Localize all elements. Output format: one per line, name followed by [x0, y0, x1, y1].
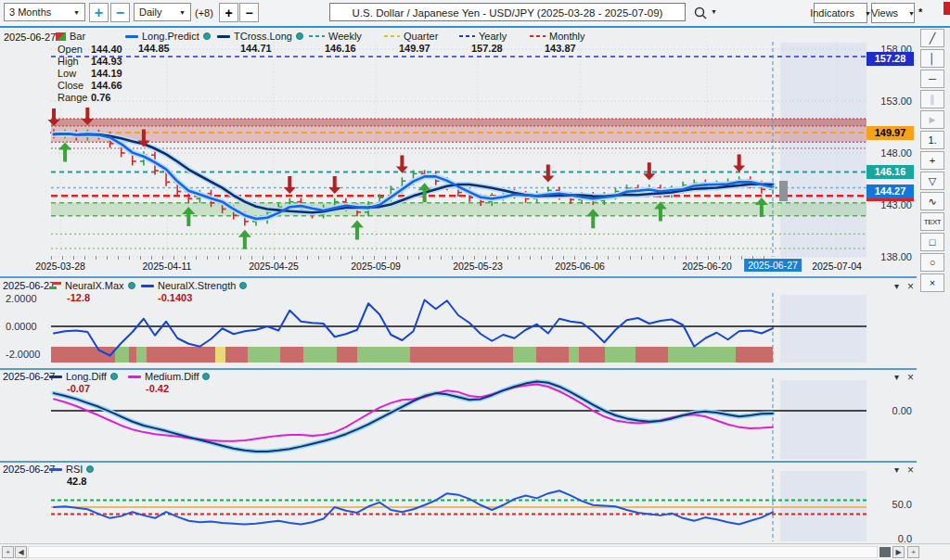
diff-close-button[interactable]: × [907, 371, 914, 384]
y-axis-tick: 153.00 [868, 95, 912, 107]
medium-diff-line-icon [128, 375, 141, 378]
ohlc-readout: Open144.40 High144.93 Low144.19 Close144… [58, 44, 122, 104]
diff-panel-header: 2025-06-27 Long.Diff -0.07 Medium.Diff -… [0, 371, 917, 397]
scroll-add-right-button[interactable]: + [907, 546, 919, 558]
neuralx-strength-line-icon [141, 285, 154, 287]
long-diff-value: -0.07 [67, 383, 90, 394]
text-tool-icon[interactable]: TEXT [920, 212, 944, 231]
search-caret-icon[interactable]: ▼ [711, 8, 717, 15]
diagonal-line-tool-icon[interactable]: ╱ [920, 29, 944, 47]
interval-select[interactable]: Daily ▼ [134, 3, 191, 21]
panel-separator[interactable] [0, 276, 917, 278]
top-toolbar: 3 Months ▼ + − Daily ▼ (+8) + − U.S. Dol… [0, 0, 950, 28]
monthly-dash-icon [530, 35, 546, 37]
series-settings-dot-icon[interactable] [239, 282, 247, 289]
series-settings-dot-icon[interactable] [128, 282, 135, 289]
series-settings-dot-icon[interactable] [203, 32, 211, 40]
callout-tool-icon[interactable]: ▽ [920, 172, 944, 190]
legend-label-long-predict: Long.Predict [142, 31, 199, 42]
scrollbar-track[interactable] [28, 546, 878, 558]
bars-added-label: (+8) [195, 7, 213, 19]
neuralx-max-value: -12.8 [67, 292, 90, 303]
range-value: 0.76 [91, 92, 110, 103]
scrollbar-thumb[interactable] [879, 547, 891, 557]
long-diff-line-icon [49, 375, 62, 378]
crosshair-tool-icon[interactable]: + [920, 151, 944, 170]
neuralx-max-icon [49, 282, 61, 290]
neuralx-collapse-button[interactable]: ▾ [894, 281, 899, 291]
tcross-long-value: 144.71 [240, 43, 272, 54]
current-price-badge: 144.27 [867, 185, 914, 201]
legend-item-rsi[interactable]: RSI [49, 464, 94, 475]
zoom-out-button[interactable]: − [110, 3, 130, 22]
legend-item-tcross-long[interactable]: TCross.Long [217, 31, 303, 42]
rsi-collapse-button[interactable]: ▾ [894, 465, 899, 475]
legend-item-quarter[interactable]: Quarter [384, 31, 438, 42]
add-bar-button[interactable]: + [219, 3, 238, 22]
cursor-date-label: 2025-06-27 [4, 32, 56, 43]
high-value: 144.93 [91, 56, 122, 67]
rectangle-tool-icon[interactable]: □ [920, 233, 944, 251]
interval-select-value: Daily [139, 6, 161, 18]
x-axis-label: 2025-07-04 [812, 261, 862, 272]
rsi-panel-header: 2025-06-27 RSI 42.8 [0, 464, 917, 490]
number-note-tool-icon[interactable]: 1. [920, 131, 944, 149]
vertical-line-tool-icon[interactable]: │ [920, 49, 944, 68]
diff-collapse-button[interactable]: ▾ [894, 372, 899, 382]
parallel-lines-tool-icon[interactable]: ∥ [920, 90, 944, 108]
legend-label-tcross-long: TCross.Long [234, 31, 292, 42]
wave-tool-icon[interactable]: ∿ [920, 192, 944, 210]
medium-diff-value: -0.42 [146, 383, 169, 394]
series-settings-dot-icon[interactable] [110, 373, 118, 380]
remove-bar-button[interactable]: − [239, 3, 259, 22]
neuralx-strength-value: -0.1403 [158, 292, 192, 303]
legend-item-long-diff[interactable]: Long.Diff [49, 371, 118, 382]
legend-item-yearly[interactable]: Yearly [459, 31, 507, 42]
symbol-title-box[interactable]: U.S. Dollar / Japanese Yen - USD/JPY (20… [329, 3, 686, 21]
zoom-in-button[interactable]: + [89, 3, 109, 22]
text-tool-label: TEXT [924, 218, 941, 226]
legend-item-monthly[interactable]: Monthly [530, 31, 585, 42]
main-chart-legend: 2025-06-27 Bar Long.Predict 144.85 TCros… [0, 31, 872, 55]
rsi-close-button[interactable]: × [907, 464, 914, 477]
low-value: 144.19 [91, 68, 122, 79]
rsi-line-icon [49, 468, 62, 471]
range-select[interactable]: 3 Months ▼ [4, 3, 85, 21]
yearly-price-badge: 157.28 [867, 52, 914, 66]
legend-item-long-predict[interactable]: Long.Predict [125, 31, 211, 42]
weekly-value: 146.16 [325, 43, 356, 54]
indicators-button[interactable]: Indicators ▼ [814, 3, 867, 23]
series-settings-dot-icon[interactable] [202, 373, 210, 380]
neuralx-close-button[interactable]: × [907, 280, 914, 293]
legend-item-neuralx-max[interactable]: NeuralX.Max [49, 280, 135, 291]
scroll-left-arrow-button[interactable]: ◀ [15, 546, 27, 558]
horizontal-line-tool-icon[interactable]: ─ [920, 70, 944, 88]
pointer-tool-icon[interactable]: ► [920, 110, 944, 129]
legend-label-long-diff: Long.Diff [66, 371, 107, 382]
scroll-right-arrow-button[interactable]: ▶ [892, 546, 905, 558]
legend-item-weekly[interactable]: Weekly [309, 31, 362, 42]
legend-label-medium-diff: Medium.Diff [145, 371, 199, 382]
delete-tool-icon[interactable]: × [920, 274, 944, 292]
x-axis-label: 2025-05-09 [351, 261, 401, 272]
panel-separator[interactable] [0, 461, 917, 463]
scroll-add-left-button[interactable]: + [2, 546, 14, 558]
open-value: 144.40 [91, 44, 122, 55]
close-label: Close [58, 80, 91, 91]
ellipse-tool-icon[interactable]: ○ [920, 253, 944, 272]
series-settings-dot-icon[interactable] [296, 32, 303, 40]
long-predict-line-icon [125, 35, 138, 38]
legend-item-bar[interactable]: Bar [56, 31, 85, 42]
x-axis-label: 2025-04-11 [143, 261, 192, 272]
series-settings-dot-icon[interactable] [86, 465, 94, 473]
weekly-dash-icon [309, 35, 325, 37]
search-icon[interactable] [694, 6, 707, 21]
x-axis-label-current: 2025-06-27 [744, 259, 802, 272]
panel-separator[interactable] [0, 368, 917, 370]
chevron-down-icon: ▼ [865, 10, 871, 17]
views-button[interactable]: Views ▼ [871, 3, 915, 23]
legend-item-neuralx-strength[interactable]: NeuralX.Strength [141, 280, 247, 291]
legend-item-medium-diff[interactable]: Medium.Diff [128, 371, 210, 382]
x-axis-label: 2025-05-23 [453, 261, 503, 272]
x-axis-label: 2025-04-25 [249, 261, 299, 272]
